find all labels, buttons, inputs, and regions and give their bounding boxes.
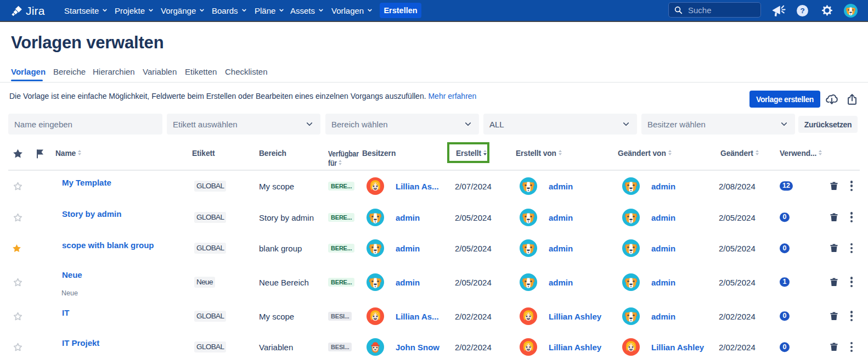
svg-text:?: ? [800, 7, 804, 15]
